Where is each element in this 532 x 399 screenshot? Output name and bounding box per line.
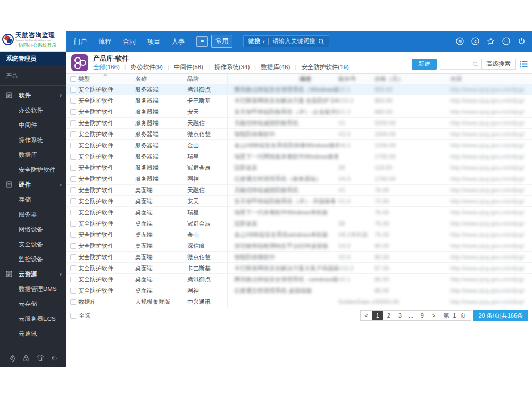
page-button-9[interactable]: 9 — [417, 311, 428, 320]
sidebar-item-办公软件[interactable]: 办公软件 — [0, 103, 66, 118]
list-view-icon[interactable] — [520, 61, 528, 68]
row-checkbox[interactable] — [70, 198, 76, 204]
sidebar-item-操作系统[interactable]: 操作系统 — [0, 132, 66, 147]
table-row[interactable]: 安全防护软件 桌面端 卡巴斯基 卡巴斯基网络安全解决方案大客户高级版（KBE） … — [66, 263, 532, 274]
power-icon[interactable] — [518, 37, 526, 45]
lock-icon[interactable] — [22, 354, 30, 362]
table-row[interactable]: 安全防护软件 桌面端 瑞星 瑞星下一代杀毒软件Windows单机版 76.00 … — [66, 207, 532, 218]
select-all-header-checkbox[interactable] — [70, 76, 76, 82]
row-checkbox[interactable] — [70, 265, 76, 271]
table-row[interactable]: 安全防护软件 服务器端 安天 安天智甲终端防御系统（JF）-企业版升级服务 V1… — [66, 106, 532, 118]
sidebar-item-服务器[interactable]: 服务器 — [0, 207, 66, 222]
row-checkbox[interactable] — [70, 277, 76, 282]
row-checkbox[interactable] — [70, 131, 76, 137]
row-checkbox[interactable] — [70, 210, 76, 215]
sound-speaker-icon[interactable] — [51, 354, 59, 362]
page-button-1[interactable]: 1 — [372, 311, 383, 320]
nav-item-门户[interactable]: 门户 — [74, 38, 87, 45]
row-checkbox[interactable] — [70, 98, 76, 104]
nav-favorites-button[interactable]: 常用 — [211, 35, 232, 48]
nav-menu-button[interactable]: ≡ — [196, 36, 208, 47]
table-row[interactable]: 数据库 大规模集群版 中兴通讯 GoldenData s... 50000.00… — [66, 296, 532, 307]
tab-全部(166)[interactable]: 全部(166) — [93, 63, 120, 71]
prev-page-button[interactable]: < — [361, 311, 372, 320]
table-row[interactable]: 安全防护软件 服务器端 腾讯御点 腾讯御点终端安全管理系统（Windows版） … — [66, 84, 532, 95]
sidebar-item-安全防护软件[interactable]: 安全防护软件 — [0, 162, 66, 177]
sidebar-item-中间件[interactable]: 中间件 — [0, 118, 66, 132]
table-row[interactable]: 安全防护软件 桌面端 深信服 深信服终端检测响应平台EDR桌面版 V3.0 80… — [66, 240, 532, 252]
page-button-...[interactable]: ... — [405, 311, 417, 320]
row-checkbox[interactable] — [70, 288, 76, 294]
col-header-brand[interactable]: 品牌 — [187, 74, 228, 84]
nav-item-人事[interactable]: 人事 — [172, 38, 185, 45]
col-header-type[interactable]: 类型 — [78, 75, 135, 83]
col-header-source[interactable]: 来源 — [450, 75, 532, 83]
settings-gear-icon[interactable] — [8, 354, 15, 362]
table-row[interactable]: 安全防护软件 服务器端 网神 亿赛通文档管理系统（服务器端） V4.0 1700… — [66, 173, 532, 185]
row-checkbox[interactable] — [70, 187, 76, 193]
tab-办公软件(9)[interactable]: 办公软件(9) — [120, 63, 163, 71]
tab-数据库(46)[interactable]: 数据库(46) — [250, 63, 290, 71]
nav-item-合同[interactable]: 合同 — [123, 38, 136, 45]
page-jump-label[interactable]: 第 1 页 — [439, 312, 471, 320]
col-header-version[interactable]: 版本号 — [338, 75, 375, 83]
row-checkbox[interactable] — [70, 165, 76, 171]
sidebar-group[interactable]: 硬件 ∨ — [0, 177, 66, 192]
row-checkbox[interactable] — [70, 299, 76, 305]
sidebar-item-云存储[interactable]: 云存储 — [0, 296, 66, 311]
oa-login-link[interactable]: · 协同办公系统登录 — [15, 43, 57, 48]
page-button-3[interactable]: 3 — [394, 311, 405, 320]
select-all-checkbox[interactable] — [70, 313, 76, 319]
col-header-price[interactable]: 价格（元） — [375, 75, 450, 83]
chevron-down-icon[interactable]: ∨ — [59, 182, 63, 187]
table-row[interactable]: 安全防护软件 桌面端 金山 金山V8终端安全系统windows单机版 V8.2单… — [66, 229, 532, 240]
sidebar-item-存储[interactable]: 存储 — [0, 192, 66, 207]
col-header-name[interactable]: 名称 — [135, 75, 187, 83]
chevron-down-icon[interactable]: ∨ — [59, 272, 63, 277]
enterprise-e-icon[interactable]: e — [471, 37, 479, 45]
sidebar-item-安全设备[interactable]: 安全设备 — [0, 237, 66, 252]
message-m-icon[interactable]: M — [456, 37, 464, 45]
nav-item-流程[interactable]: 流程 — [98, 38, 111, 45]
row-checkbox[interactable] — [70, 232, 76, 238]
search-icon[interactable] — [318, 38, 325, 45]
row-checkbox[interactable] — [70, 243, 76, 249]
table-row[interactable]: 安全防护软件 桌面端 天融信 天融信终端威胁防御系统 V1 76.00 http… — [66, 185, 532, 196]
favorite-star-icon[interactable] — [487, 37, 495, 45]
sidebar-group[interactable]: 软件 ∨ — [0, 88, 66, 103]
sidebar-item-网络设备[interactable]: 网络设备 — [0, 222, 66, 237]
sidebar-item-数据库[interactable]: 数据库 — [0, 147, 66, 162]
table-row[interactable]: 安全防护软件 服务器端 冠群金辰 冠群金辰 28 118.00 http://w… — [66, 162, 532, 173]
global-search[interactable]: 微搜 ∨ 请输入关键词搜 — [243, 35, 329, 47]
table-row[interactable]: 安全防护软件 桌面端 安天 安天智甲终端防御系统（JF）-升级服务 V1.0 7… — [66, 196, 532, 207]
search-scope-label[interactable]: 微搜 — [248, 37, 260, 45]
row-checkbox[interactable] — [70, 87, 76, 93]
chevron-down-icon[interactable]: ∨ — [59, 93, 63, 98]
sidebar-item-云服务器ECS[interactable]: 云服务器ECS — [0, 311, 66, 326]
sidebar-group[interactable]: 云资源 ∨ — [0, 267, 66, 281]
tab-操作系统(34)[interactable]: 操作系统(34) — [203, 63, 250, 71]
row-checkbox[interactable] — [70, 254, 76, 260]
sidebar-item-云通讯[interactable]: 云通讯 — [0, 326, 66, 341]
tab-安全防护软件(19)[interactable]: 安全防护软件(19) — [290, 63, 348, 71]
table-row[interactable]: 安全防护软件 桌面端 微点佰慧 智能防病毒软件 V2.0 80.00 http:… — [66, 252, 532, 263]
table-row[interactable]: 安全防护软件 桌面端 网神 亿赛通文档管理系统-桌面端版 80.00 http:… — [66, 285, 532, 296]
row-checkbox[interactable] — [70, 109, 76, 115]
new-button[interactable]: 新建 — [412, 59, 437, 70]
theme-shirt-icon[interactable] — [37, 354, 44, 362]
row-checkbox[interactable] — [70, 221, 76, 227]
table-row[interactable]: 安全防护软件 桌面端 腾讯御点 腾讯御点终端安全管理系统（windows版）/ … — [66, 274, 532, 285]
nav-item-项目[interactable]: 项目 — [147, 38, 160, 45]
page-size-badge[interactable]: 20 条/页|共166条 — [473, 310, 528, 321]
table-search-input[interactable] — [440, 59, 481, 70]
table-row[interactable]: 安全防护软件 服务器端 微点佰慧 智能防病毒软件 V2.0 1000.00 ht… — [66, 129, 532, 140]
table-row[interactable]: 安全防护软件 桌面端 冠群金辰 冠群金辰 28 75.00 http://www… — [66, 218, 532, 229]
table-search-icon[interactable] — [472, 61, 479, 68]
row-checkbox[interactable] — [70, 143, 76, 148]
table-row[interactable]: 安全防护软件 服务器端 瑞星 瑞星下一代网络版杀毒软件Windows服务器版 1… — [66, 151, 532, 162]
tab-中间件(58)[interactable]: 中间件(58) — [163, 63, 203, 71]
search-scope-caret-icon[interactable]: ∨ — [262, 39, 265, 44]
more-icon[interactable] — [502, 37, 510, 45]
next-page-button[interactable]: > — [428, 311, 439, 320]
page-button-2[interactable]: 2 — [383, 311, 394, 320]
